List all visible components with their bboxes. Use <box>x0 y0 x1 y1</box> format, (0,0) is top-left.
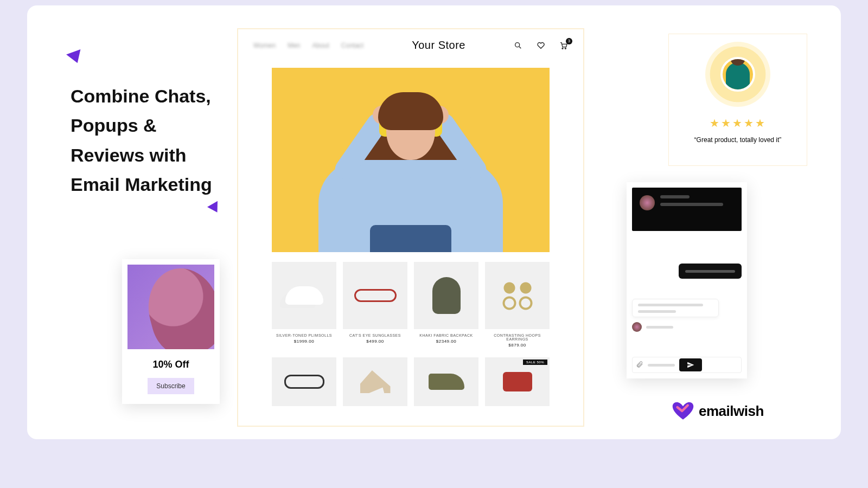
chat-widget <box>627 182 747 378</box>
product-price: $499.00 <box>343 339 407 344</box>
product-image <box>414 262 478 329</box>
chat-input-bar <box>632 357 742 373</box>
svg-line-1 <box>519 47 521 48</box>
product-price: $879.00 <box>485 343 550 348</box>
store-navbar: Women Men About Contact Your Store 3 <box>238 29 583 55</box>
decoration-triangle-icon <box>66 49 85 66</box>
store-title: Your Store <box>363 39 514 52</box>
nav-link[interactable]: Contact <box>341 42 363 49</box>
decoration-triangle-icon <box>207 201 222 216</box>
product-image <box>414 357 478 406</box>
cart-icon[interactable]: 3 <box>559 41 568 50</box>
product-card[interactable]: CAT'S EYE SUNGLASSES $499.00 <box>343 262 407 348</box>
product-name: KHAKI FABRIC BACKPACK <box>414 333 478 337</box>
svg-point-0 <box>515 42 520 47</box>
product-card[interactable]: SILVER-TONED PLIMSOLLS $1999.00 <box>272 262 336 348</box>
avatar-ring <box>705 42 770 107</box>
emailwish-logo-icon <box>672 401 694 421</box>
chat-header <box>632 188 742 231</box>
review-card: ★★★★★ “Great product, totally loved it” <box>668 34 807 166</box>
avatar <box>720 57 755 92</box>
product-card[interactable] <box>414 357 478 406</box>
chat-header-line <box>660 203 723 206</box>
product-name: CONTRASTING HOOPS EARRINGS <box>485 333 550 341</box>
subscribe-button[interactable]: Subscribe <box>148 378 194 394</box>
chat-avatar <box>640 195 655 210</box>
review-quote: “Great product, totally loved it” <box>669 136 807 144</box>
attachment-icon[interactable] <box>636 361 643 370</box>
nav-link[interactable]: About <box>312 42 329 49</box>
headline-text: Combine Chats, Popups & Reviews with Ema… <box>71 81 222 200</box>
svg-point-2 <box>562 48 563 49</box>
brand-name: emailwish <box>699 403 764 420</box>
star-rating-icon: ★★★★★ <box>669 117 807 130</box>
product-grid-row2: SALE 50% <box>272 357 550 406</box>
product-price: $2349.00 <box>414 339 478 344</box>
search-icon[interactable] <box>514 41 522 50</box>
svg-point-3 <box>565 48 566 49</box>
product-card[interactable]: KHAKI FABRIC BACKPACK $2349.00 <box>414 262 478 348</box>
chat-header-line <box>660 195 690 198</box>
nav-link[interactable]: Men <box>288 42 300 49</box>
chat-message-outgoing <box>679 264 742 279</box>
product-card[interactable]: SALE 50% <box>485 357 550 406</box>
popup-card: 10% Off Subscribe <box>122 259 220 404</box>
popup-image <box>127 265 214 349</box>
cart-badge: 3 <box>566 38 572 44</box>
brand-logo: emailwish <box>672 401 764 421</box>
product-image: SALE 50% <box>485 357 550 406</box>
popup-title: 10% Off <box>127 359 214 370</box>
product-image <box>343 357 407 406</box>
wishlist-icon[interactable] <box>537 41 545 50</box>
store-nav-links: Women Men About Contact <box>253 42 363 49</box>
chat-body <box>627 236 747 351</box>
product-card[interactable]: CONTRASTING HOOPS EARRINGS $879.00 <box>485 262 550 348</box>
product-card[interactable] <box>343 357 407 406</box>
chat-typing-indicator <box>632 322 673 332</box>
send-button[interactable] <box>679 358 702 371</box>
product-image <box>485 262 550 329</box>
product-image <box>272 262 336 329</box>
store-hero-image <box>272 68 550 252</box>
promo-canvas: Combine Chats, Popups & Reviews with Ema… <box>27 5 841 439</box>
nav-link[interactable]: Women <box>253 42 276 49</box>
product-price: $1999.00 <box>272 339 336 344</box>
store-preview: Women Men About Contact Your Store 3 <box>237 28 584 427</box>
product-image <box>343 262 407 329</box>
product-image <box>272 357 336 406</box>
product-name: CAT'S EYE SUNGLASSES <box>343 333 407 337</box>
sale-badge: SALE 50% <box>523 359 547 365</box>
chat-message-incoming <box>632 299 719 317</box>
product-card[interactable] <box>272 357 336 406</box>
product-name: SILVER-TONED PLIMSOLLS <box>272 333 336 337</box>
chat-input-placeholder[interactable] <box>648 364 675 367</box>
product-grid: SILVER-TONED PLIMSOLLS $1999.00 CAT'S EY… <box>272 262 550 348</box>
